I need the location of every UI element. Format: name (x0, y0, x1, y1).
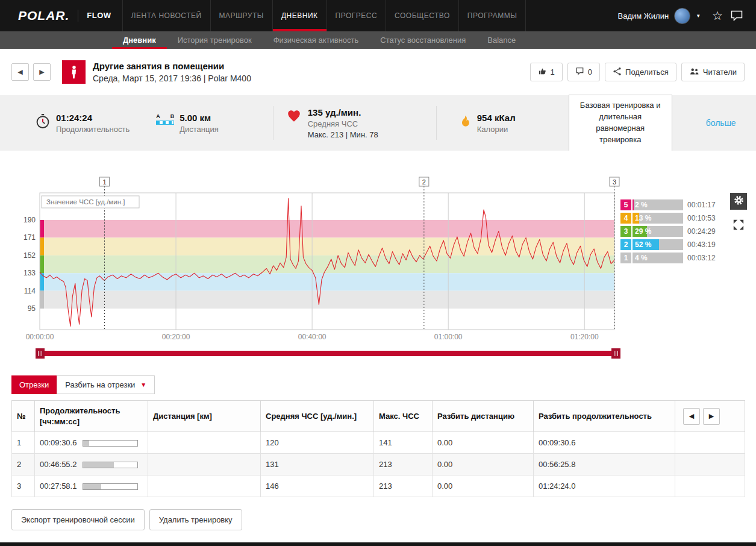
segment-duration-fill (83, 441, 89, 446)
topnav-item[interactable]: ЛЕНТА НОВОСТЕЙ (122, 0, 211, 31)
subnav-item[interactable]: Balance (476, 31, 526, 49)
polar-logo[interactable]: POLAR. (18, 8, 69, 23)
x-axis-tick: 00:40:00 (298, 333, 326, 341)
y-axis-tick: 190 (23, 216, 36, 224)
heart-icon (286, 108, 302, 126)
chevron-down-icon: ▼ (140, 381, 146, 388)
hr-zone-number: 2 (620, 239, 631, 250)
x-axis-tick: 01:00:00 (434, 333, 463, 341)
duration-value: 01:24:24 (56, 113, 130, 123)
sport-icon (62, 60, 86, 84)
segments-next-button[interactable]: ▶ (703, 408, 720, 425)
segment-duration-value: 00:27:58.1 (40, 482, 77, 491)
segments-prev-button[interactable]: ◀ (683, 408, 700, 425)
chart-legend-label: Значение ЧСС [уд./мин.] (46, 198, 125, 206)
hr-zone-band-3 (40, 256, 614, 273)
hr-zone-edge-3 (40, 256, 44, 273)
flame-icon (458, 113, 472, 131)
distance-a-label: A (156, 113, 160, 119)
hr-zone-percent-label: 13 % (635, 213, 651, 224)
comments-button[interactable]: 0 (567, 63, 600, 81)
subnav-item[interactable]: Статус восстановления (369, 31, 476, 49)
share-button[interactable]: Поделиться (605, 63, 676, 81)
topnav-item[interactable]: ДНЕВНИК (273, 0, 327, 31)
chart-settings-button[interactable] (730, 193, 747, 210)
hr-zone-legend-row: 413 % (620, 213, 683, 224)
segment-duration-bar[interactable] (83, 483, 138, 490)
svg-text:2: 2 (422, 178, 426, 186)
segment-avg-hr: 131 (261, 454, 374, 475)
segments-table: №Продолжительность [чч:мм:сс]Дистанция [… (11, 400, 745, 497)
distance-b-label: B (170, 113, 175, 119)
y-axis-tick: 171 (23, 233, 36, 242)
hr-chart-section: 1231901711521331149500:00:0000:20:0000:4… (0, 151, 756, 359)
hr-zones-times: 00:01:1700:10:5300:24:2900:43:1900:03:12 (687, 199, 716, 266)
diary-sub-navigation: ДневникИстория тренировокФизическая акти… (0, 31, 756, 49)
export-session-button[interactable]: Экспорт тренировочной сессии (11, 509, 145, 530)
segments-col-header: Макс. ЧСС (374, 401, 433, 432)
slider-track[interactable] (43, 351, 613, 356)
hr-zone-time: 00:43:19 (687, 239, 716, 253)
tab-segments[interactable]: Отрезки (11, 375, 57, 394)
segment-distance (148, 432, 261, 454)
hr-zone-legend-row: 329 % (620, 226, 683, 237)
segment-duration-value: 00:09:30.6 (40, 438, 77, 447)
distance-value: 5.00 км (180, 113, 219, 123)
training-benefit-note: Базовая тренировка и длительная равномер… (569, 95, 672, 151)
y-axis-tick: 152 (23, 251, 36, 260)
favorites-star-icon[interactable]: ☆ (712, 10, 723, 22)
hr-zone-percent-bar: 29 % (633, 226, 683, 237)
hr-zone-number: 4 (620, 213, 631, 224)
followers-label: Читатели (703, 67, 737, 77)
chat-bubble-icon[interactable] (731, 10, 743, 21)
subnav-item[interactable]: Дневник (112, 31, 167, 49)
topnav-item[interactable]: ПРОГРАММЫ (459, 0, 526, 31)
people-icon (689, 67, 699, 77)
delete-session-button[interactable]: Удалить тренировку (149, 509, 242, 530)
segment-split-distance: 0.00 (433, 454, 534, 475)
stat-heart-rate: 135 уд./мин. Средняя ЧСС Макс. 213 | Мин… (286, 107, 378, 139)
segments-header-row: №Продолжительность [чч:мм:сс]Дистанция [… (12, 401, 745, 432)
hr-zone-legend-row: 14 % (620, 253, 683, 263)
avatar[interactable] (674, 8, 690, 24)
hr-zone-band-2 (40, 273, 614, 290)
split-segments-dropdown[interactable]: Разбить на отрезки ▼ (57, 375, 155, 394)
user-menu-caret-icon[interactable]: ▼ (696, 13, 701, 19)
segment-duration-bar[interactable] (83, 440, 138, 447)
segment-duration-fill (83, 484, 101, 489)
topnav-item[interactable]: ПРОГРЕСС (327, 0, 387, 31)
prev-session-button[interactable]: ◀ (11, 63, 29, 81)
followers-button[interactable]: Читатели (681, 63, 745, 81)
segments-col-header: № (12, 401, 35, 432)
like-button[interactable]: 1 (530, 63, 563, 81)
hr-zone-time: 00:24:29 (687, 226, 716, 239)
avg-hr-label: Средняя ЧСС (308, 119, 378, 128)
next-session-button[interactable]: ▶ (33, 63, 51, 81)
hr-min-max: Макс. 213 | Мин. 78 (308, 130, 378, 139)
slider-handle-left[interactable] (36, 348, 45, 359)
hr-zone-edge-5 (40, 220, 44, 237)
hr-zone-fill (633, 199, 634, 210)
more-link[interactable]: больше (706, 118, 736, 128)
stopwatch-icon (35, 113, 51, 132)
user-name[interactable]: Вадим Жилин (618, 11, 669, 20)
segment-split-duration: 00:09:30.6 (534, 432, 675, 454)
topnav-item[interactable]: СООБЩЕСТВО (386, 0, 459, 31)
segment-max-hr: 141 (374, 432, 433, 454)
stat-distance: AB 5.00 км Дистанция (156, 113, 219, 134)
chart-fullscreen-button[interactable] (730, 217, 747, 234)
stat-calories: 954 кКал Калории (458, 113, 516, 134)
topnav-right: Вадим Жилин ▼ ☆ (618, 8, 743, 24)
segment-duration-bar[interactable] (83, 462, 138, 468)
subnav-item[interactable]: История тренировок (167, 31, 263, 49)
segment-duration-value: 00:46:55.2 (40, 460, 77, 469)
comment-bubble-icon (575, 67, 584, 77)
svg-text:1: 1 (102, 178, 106, 186)
flow-label: FLOW (78, 10, 111, 22)
subnav-item[interactable]: Физическая активность (263, 31, 370, 49)
hr-zone-time: 00:03:12 (687, 253, 716, 266)
hr-zone-percent-label: 4 % (635, 253, 648, 263)
slider-handle-right[interactable] (611, 348, 620, 359)
segment-row: 200:46:55.21312130.0000:56:25.8 (12, 454, 745, 475)
topnav-item[interactable]: МАРШРУТЫ (211, 0, 273, 31)
